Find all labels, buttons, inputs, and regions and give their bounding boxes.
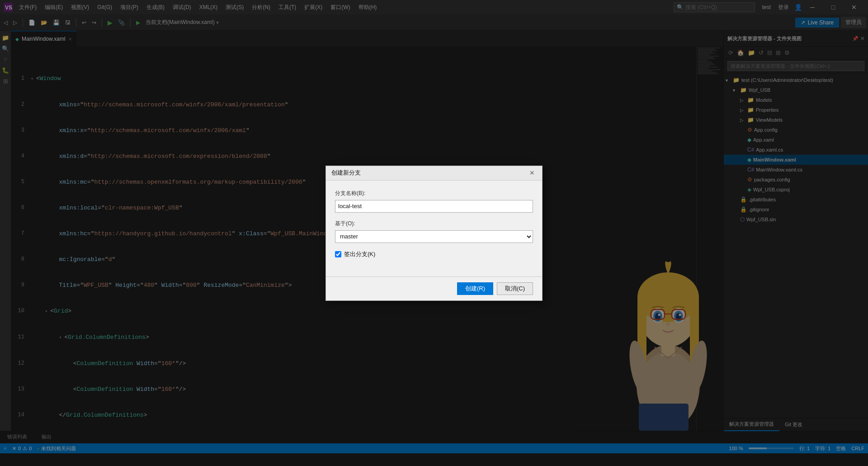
modal-title: 创建新分支 [331,169,361,177]
base-on-select[interactable]: master main develop [335,230,533,243]
base-on-section: 基于(O): master main develop [335,220,533,243]
modal-close-button[interactable]: ✕ [528,168,537,177]
modal-title-bar: 创建新分支 ✕ [326,166,542,181]
checkout-label: 签出分支(K) [344,250,375,258]
base-on-label: 基于(O): [335,220,533,228]
modal-overlay: 创建新分支 ✕ 分支名称(B): 基于(O): master main deve… [0,0,868,466]
modal-body: 分支名称(B): 基于(O): master main develop 签出分支… [326,181,542,276]
checkout-checkbox[interactable] [335,251,341,257]
branch-name-section: 分支名称(B): [335,190,533,213]
create-button[interactable]: 创建(R) [457,282,493,295]
branch-name-label: 分支名称(B): [335,190,533,197]
modal-footer: 创建(R) 取消(C) [326,276,542,300]
branch-name-input[interactable] [335,200,533,213]
cancel-button[interactable]: 取消(C) [497,282,533,295]
create-branch-dialog: 创建新分支 ✕ 分支名称(B): 基于(O): master main deve… [326,166,542,301]
checkout-row: 签出分支(K) [335,250,533,258]
